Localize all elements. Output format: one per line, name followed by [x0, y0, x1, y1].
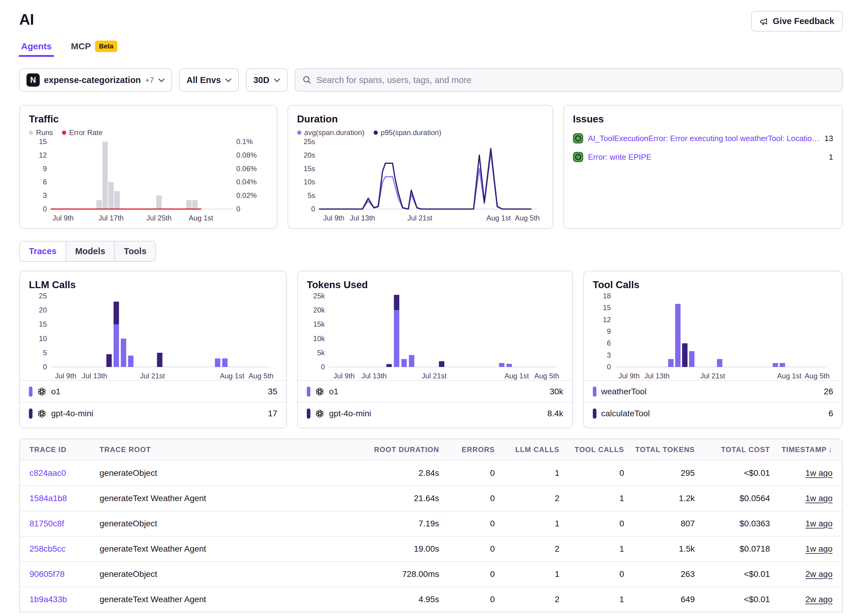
top-tabs: Agents MCP Beta — [19, 41, 843, 57]
total-cost: <$0.01 — [698, 468, 773, 478]
subtab-tools[interactable]: Tools — [115, 242, 155, 261]
svg-text:0: 0 — [236, 205, 240, 213]
svg-text:9: 9 — [607, 327, 611, 335]
llm-calls: 1 — [498, 569, 562, 579]
svg-text:10k: 10k — [313, 335, 325, 343]
timestamp: 1w ago — [805, 468, 832, 478]
tool-legend-row: calculateTool 6 — [584, 402, 842, 424]
model-name: gpt-4o-mini — [51, 409, 93, 418]
table-row: 81750c8f generateObject 7.19s 0 1 0 807 … — [20, 511, 842, 536]
tool-calls-chart: 0369121518Jul 9thJul 13thJul 21stAug 1st… — [593, 292, 833, 380]
svg-text:9: 9 — [43, 165, 47, 173]
root-duration: 7.19s — [361, 519, 442, 528]
svg-text:18: 18 — [603, 292, 611, 300]
svg-text:Aug 5th: Aug 5th — [534, 372, 559, 380]
traces-table: TRACE ID TRACE ROOT ROOT DURATION ERRORS… — [19, 438, 843, 612]
search-input[interactable] — [316, 75, 835, 85]
svg-text:Aug 1st: Aug 1st — [777, 372, 802, 380]
runs-legend-dot — [29, 130, 33, 135]
series-color-chip — [593, 387, 597, 397]
svg-text:6: 6 — [43, 178, 47, 186]
date-range-label: 30D — [253, 75, 269, 85]
root-duration: 4.95s — [361, 595, 442, 604]
col-total-tokens: TOTAL TOKENS — [627, 445, 698, 454]
root-duration: 21.64s — [361, 493, 442, 503]
trace-id-link[interactable]: 1b9a433b — [30, 595, 67, 604]
total-cost: $0.0564 — [698, 493, 773, 503]
issue-link[interactable]: AI_ToolExecutionError: Error executing t… — [588, 134, 820, 143]
ai-dashboard-page: AI Give Feedback Agents MCP Beta N expen… — [0, 0, 862, 612]
llm-calls: 1 — [498, 468, 562, 478]
timestamp: 1w ago — [805, 544, 832, 553]
svg-text:Jul 21st: Jul 21st — [140, 372, 165, 380]
model-name: gpt-4o-mini — [329, 409, 371, 418]
overview-cards: Traffic Runs Error Rate 0369121500.02%0.… — [19, 105, 843, 229]
subtab-models[interactable]: Models — [66, 242, 115, 261]
model-name: o1 — [51, 387, 60, 396]
trace-id-link[interactable]: c824aac0 — [30, 468, 66, 478]
openai-icon — [37, 387, 46, 396]
subtab-traces[interactable]: Traces — [20, 242, 66, 261]
metric-cards: LLM Calls 0510152025Jul 9thJul 13thJul 2… — [19, 271, 843, 428]
tool-calls-card: Tool Calls 0369121518Jul 9thJul 13thJul … — [583, 271, 843, 428]
svg-text:Jul 13th: Jul 13th — [644, 372, 669, 380]
errors: 0 — [442, 468, 498, 478]
give-feedback-button[interactable]: Give Feedback — [751, 11, 843, 31]
svg-text:0: 0 — [43, 205, 47, 213]
tab-agents[interactable]: Agents — [21, 41, 52, 57]
model-name: o1 — [329, 387, 338, 396]
svg-text:12: 12 — [39, 151, 47, 159]
project-platform-icon: N — [27, 73, 40, 86]
tokens-used-card: Tokens Used 05k10k15k20k25kJul 9thJul 13… — [297, 271, 573, 428]
beta-badge: Beta — [95, 41, 117, 52]
svg-text:20: 20 — [39, 306, 47, 314]
issue-row[interactable]: Error: write EPIPE 1 — [573, 152, 833, 162]
give-feedback-label: Give Feedback — [773, 16, 834, 26]
tab-mcp[interactable]: MCP Beta — [71, 41, 117, 57]
issue-count: 13 — [824, 134, 833, 143]
svg-text:Jul 21st: Jul 21st — [700, 372, 725, 380]
traffic-chart: 0369121500.02%0.04%0.06%0.08%0.1%Jul 9th… — [29, 138, 268, 222]
issue-link[interactable]: Error: write EPIPE — [588, 152, 824, 162]
model-legend-row: o1 30k — [298, 380, 572, 402]
date-range-selector[interactable]: 30D — [246, 68, 287, 92]
project-extra-count: +7 — [145, 75, 154, 85]
trace-id-link[interactable]: 1584a1b8 — [30, 493, 67, 503]
avg-duration-legend-label: avg(span.duration) — [305, 129, 364, 137]
svg-text:25k: 25k — [313, 292, 325, 300]
timestamp: 1w ago — [805, 519, 832, 528]
duration-legend: avg(span.duration) p95(span.duration) — [297, 129, 543, 137]
llm-calls: 1 — [498, 519, 562, 528]
trace-id-link[interactable]: 258cb5cc — [30, 544, 66, 553]
svg-text:15s: 15s — [303, 165, 315, 173]
project-selector[interactable]: N expense-categorization +7 — [19, 68, 172, 92]
llm-calls: 2 — [498, 544, 562, 554]
svg-text:25s: 25s — [303, 138, 315, 146]
col-llm-calls: LLM CALLS — [498, 445, 562, 454]
table-row: 1b9a433b generateText Weather Agent 4.95… — [20, 586, 842, 612]
model-value: 8.4k — [547, 409, 563, 418]
issue-row[interactable]: AI_ToolExecutionError: Error executing t… — [573, 133, 833, 143]
svg-text:12: 12 — [603, 316, 611, 324]
tool-calls: 0 — [562, 569, 627, 579]
root-duration: 2.84s — [361, 468, 442, 478]
table-row: 90605f78 generateObject 728.00ms 0 1 0 2… — [20, 561, 842, 586]
tool-calls: 0 — [562, 519, 627, 528]
col-timestamp-sort[interactable]: TIMESTAMP↓ — [773, 445, 842, 454]
openai-icon — [37, 409, 46, 418]
svg-text:20s: 20s — [303, 151, 315, 159]
svg-text:0: 0 — [321, 363, 325, 371]
svg-text:15: 15 — [39, 138, 47, 146]
svg-text:Aug 1st: Aug 1st — [504, 372, 529, 380]
trace-id-link[interactable]: 81750c8f — [30, 519, 64, 528]
svg-text:Aug 5th: Aug 5th — [249, 372, 274, 380]
tool-calls: 0 — [562, 468, 627, 478]
environment-selector[interactable]: All Envs — [179, 68, 239, 92]
tokens-used-chart: 05k10k15k20k25kJul 9thJul 13thJul 21stAu… — [307, 292, 563, 380]
col-root-duration: ROOT DURATION — [361, 445, 442, 454]
svg-text:Jul 9th: Jul 9th — [55, 372, 76, 380]
series-color-chip — [29, 409, 33, 419]
traffic-title: Traffic — [29, 113, 268, 125]
model-legend-row: o1 35 — [20, 380, 286, 402]
trace-id-link[interactable]: 90605f78 — [30, 569, 65, 579]
